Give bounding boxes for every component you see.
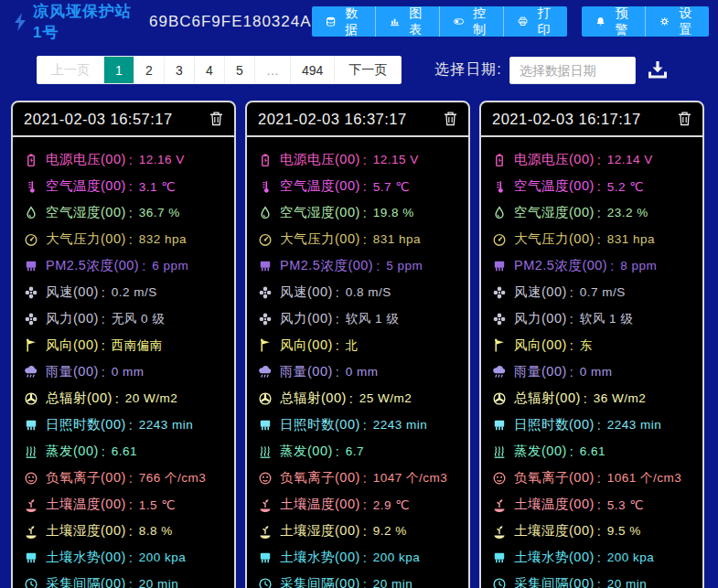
metric-separator: : [129, 524, 133, 539]
evaporation-icon [22, 444, 39, 459]
metric-value: 2243 min [607, 418, 662, 432]
radiation-icon [256, 390, 273, 406]
soil-sprout-icon [256, 523, 273, 539]
card-body: 电源电压(00):12.15 V空气温度(00):5.7 ℃空气湿度(00):1… [247, 137, 468, 588]
metric-label: PM2.5浓度(00) [514, 257, 607, 274]
sunshine-sensor-icon [490, 417, 508, 433]
metric-label: 风向(00) [280, 337, 333, 354]
pressure-gauge-icon [256, 231, 273, 247]
alert-button[interactable]: 预警 [582, 6, 645, 37]
date-input[interactable] [509, 57, 636, 84]
metric-row: 土壤温度(00):2.9 ℃ [256, 491, 461, 518]
data-button[interactable]: 数据 [312, 6, 375, 37]
pagination-page-3[interactable]: 3 [164, 57, 194, 83]
metric-row: 日照时数(00):2243 min [22, 412, 227, 438]
pagination-page-1[interactable]: 1 [103, 57, 134, 83]
metric-row: 日照时数(00):2243 min [256, 412, 461, 438]
humidity-icon [22, 205, 39, 220]
wind-vane-icon [22, 337, 39, 353]
download-icon [647, 60, 669, 80]
pagination-next[interactable]: 下一页 [334, 57, 401, 83]
print-button[interactable]: 打印 [503, 6, 567, 37]
delete-record-button[interactable] [677, 112, 691, 127]
metric-row: 大气压力(00):831 hpa [490, 226, 695, 252]
card-timestamp: 2021-02-03 16:17:17 [492, 111, 641, 128]
pagination-page-2[interactable]: 2 [134, 57, 164, 83]
metric-value: 12.15 V [373, 153, 419, 166]
pagination-ellipsis: … [254, 57, 290, 83]
metric-value: 12.14 V [607, 153, 653, 166]
metric-value: 1047 个/cm3 [373, 470, 448, 486]
humidity-icon [490, 205, 508, 220]
metric-label: 空气温度(00) [280, 177, 360, 195]
pm25-sensor-icon [490, 258, 508, 273]
metric-separator: : [597, 153, 601, 167]
metric-label: 采集间隔(00) [46, 575, 126, 588]
metric-separator: : [570, 338, 573, 353]
metric-label: 土壤温度(00) [46, 496, 126, 513]
metric-row: 采集间隔(00):20 min [256, 571, 461, 588]
metric-separator: : [102, 338, 105, 353]
metric-separator: : [102, 312, 105, 326]
metric-separator: : [336, 338, 339, 353]
metric-value: 2243 min [139, 418, 194, 432]
metric-separator: : [363, 153, 367, 167]
settings-button[interactable]: 设置 [645, 6, 709, 37]
metric-separator: : [363, 577, 367, 588]
metric-label: 雨量(00) [514, 363, 567, 380]
pagination-page-5[interactable]: 5 [224, 57, 254, 83]
metric-row: 空气温度(00):5.7 ℃ [256, 173, 461, 199]
metric-label: 土壤湿度(00) [280, 522, 360, 540]
soil-sprout-icon [22, 497, 39, 512]
soil-sprout-icon [490, 497, 508, 512]
soil-sprout-icon [490, 523, 508, 539]
metric-separator: : [570, 285, 573, 300]
metric-value: 9.5 % [607, 524, 641, 538]
radiation-icon [490, 390, 508, 406]
metric-separator: : [363, 206, 367, 220]
nav-group-main: 数据 图表 控制 打印 [312, 6, 567, 37]
metric-separator: : [597, 497, 601, 512]
metric-separator: : [363, 471, 367, 486]
metric-value: 6 ppm [152, 259, 188, 273]
metric-value: 9.2 % [373, 524, 407, 538]
metric-label: 风速(00) [46, 283, 99, 301]
metric-label: 总辐射(00) [280, 390, 347, 407]
fan-icon [22, 284, 39, 300]
sunshine-sensor-icon [256, 417, 273, 433]
pagination-page-494[interactable]: 494 [290, 57, 334, 83]
fan-icon [256, 284, 273, 300]
card-timestamp: 2021-02-03 16:57:17 [24, 111, 173, 128]
fan-icon [22, 311, 39, 326]
card-header: 2021-02-03 16:37:17 [247, 102, 468, 137]
metric-label: 负氧离子(00) [46, 469, 126, 486]
controls-row: 上一页 1 2 3 4 5 … 494 下一页 选择日期: [37, 56, 718, 84]
metric-separator: : [129, 153, 133, 167]
pagination-prev[interactable]: 上一页 [38, 57, 103, 83]
download-button[interactable] [647, 60, 669, 80]
metric-row: 雨量(00):0 mm [22, 358, 227, 385]
metric-value: 23.2 % [607, 206, 648, 219]
metric-separator: : [597, 471, 601, 486]
control-button[interactable]: 控制 [439, 6, 503, 37]
metric-value: 0 mm [346, 365, 379, 379]
metric-label: 风向(00) [514, 337, 567, 354]
card-body: 电源电压(00):12.14 V空气温度(00):5.2 ℃空气湿度(00):2… [481, 137, 702, 588]
delete-record-button[interactable] [443, 112, 457, 127]
metric-value: 0 mm [112, 365, 145, 379]
pagination: 上一页 1 2 3 4 5 … 494 下一页 [37, 56, 402, 84]
metric-label: 土壤温度(00) [514, 496, 595, 513]
metric-row: 风力(00):软风 1 级 [256, 305, 461, 332]
chart-button[interactable]: 图表 [375, 6, 439, 37]
metric-value: 1061 个/cm3 [607, 470, 682, 486]
evaporation-icon [256, 444, 273, 459]
metric-separator: : [597, 551, 601, 565]
metric-separator: : [349, 391, 353, 406]
delete-record-button[interactable] [209, 112, 223, 127]
metric-row: 风向(00):北 [256, 332, 461, 358]
metric-row: 土壤湿度(00):9.2 % [256, 518, 461, 544]
pagination-page-4[interactable]: 4 [194, 57, 224, 83]
card-header: 2021-02-03 16:57:17 [13, 102, 234, 137]
metric-separator: : [336, 444, 339, 459]
sunshine-sensor-icon [22, 417, 39, 433]
